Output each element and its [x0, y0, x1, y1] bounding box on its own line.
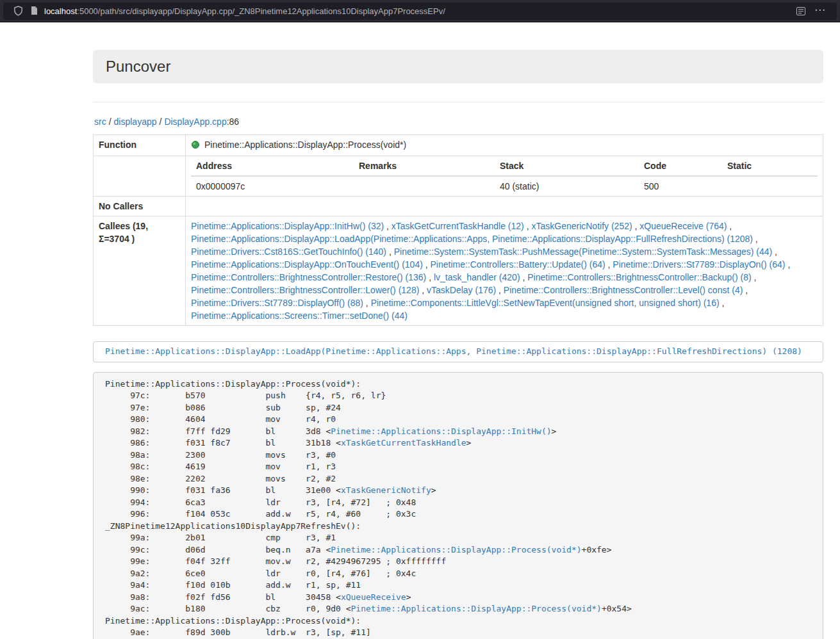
value-stack: 40 (static): [495, 176, 639, 196]
symbol-link[interactable]: xTaskGetCurrentTaskHandle: [341, 438, 466, 448]
callee-link[interactable]: Pinetime::Controllers::BrightnessControl…: [191, 272, 426, 282]
shield-icon[interactable]: [10, 6, 27, 16]
callee-link[interactable]: Pinetime::Applications::DisplayApp::Init…: [191, 221, 384, 231]
function-name: Pinetime::Applications::DisplayApp::Proc…: [204, 140, 406, 150]
symbol-link[interactable]: Pinetime::Applications::DisplayApp::Init…: [331, 426, 551, 436]
function-row: Function Pinetime::Applications::Display…: [94, 135, 823, 156]
col-header-stack: Stack: [495, 156, 639, 176]
breadcrumb-line-number: :86: [227, 117, 239, 127]
callee-link[interactable]: Pinetime::Controllers::Battery::Update()…: [431, 259, 605, 270]
details-header-row: Address Remarks Stack Code Static: [191, 156, 818, 176]
details-cell: Address Remarks Stack Code Static 0x0000…: [186, 156, 823, 197]
callee-link[interactable]: Pinetime::Applications::DisplayApp::OnTo…: [191, 259, 423, 270]
url-text: localhost:5000/path/src/displayapp/Displ…: [44, 6, 793, 16]
value-address: 0x0000097c: [191, 176, 354, 196]
symbol-link[interactable]: Pinetime::Applications::DisplayApp::Proc…: [351, 604, 602, 613]
col-header-address: Address: [191, 156, 354, 176]
details-value-row: 0x0000097c 40 (static) 500: [191, 176, 818, 196]
callee-link[interactable]: Pinetime::Controllers::BrightnessControl…: [191, 285, 419, 295]
function-icon: [191, 140, 200, 152]
breadcrumb-link-src[interactable]: src: [94, 117, 106, 127]
details-table: Address Remarks Stack Code Static 0x0000…: [191, 156, 818, 196]
function-label: Function: [94, 135, 186, 156]
callee-link[interactable]: vTaskDelay (176): [427, 285, 496, 295]
function-table: Function Pinetime::Applications::Display…: [93, 134, 823, 326]
callee-link[interactable]: xTaskGenericNotify (252): [531, 221, 632, 231]
breadcrumb-separator: /: [157, 117, 165, 127]
callees-row: Callees (19, Σ=3704 ) Pinetime::Applicat…: [94, 216, 823, 326]
browser-toolbar: localhost:5000/path/src/displayapp/Displ…: [0, 0, 840, 22]
value-remarks: [354, 176, 495, 196]
url-bar[interactable]: localhost:5000/path/src/displayapp/Displ…: [3, 3, 837, 20]
callee-link[interactable]: Pinetime::Drivers::St7789::DisplayOn() (…: [613, 259, 785, 270]
breadcrumb: src/displayapp/DisplayApp.cpp:86: [94, 115, 823, 128]
symbol-link[interactable]: xTaskGenericNotify: [341, 485, 431, 495]
value-code: 500: [639, 176, 722, 196]
highlighted-symbol-link[interactable]: Pinetime::Applications::DisplayApp::Load…: [105, 346, 802, 356]
callee-link[interactable]: Pinetime::System::SystemTask::PushMessag…: [394, 247, 773, 257]
function-cell: Pinetime::Applications::DisplayApp::Proc…: [186, 135, 823, 156]
symbol-link[interactable]: Pinetime::Applications::DisplayApp::Proc…: [331, 545, 581, 554]
breadcrumb-link-displayapp[interactable]: displayapp: [114, 117, 157, 127]
callee-link[interactable]: Pinetime::Controllers::BrightnessControl…: [504, 285, 743, 295]
details-empty-label: [94, 156, 186, 197]
callee-link[interactable]: Pinetime::Controllers::BrightnessControl…: [527, 272, 751, 282]
disassembly: Pinetime::Applications::DisplayApp::Proc…: [93, 372, 823, 639]
callee-link[interactable]: lv_task_handler (420): [434, 272, 520, 282]
breadcrumb-separator: /: [106, 117, 114, 127]
value-static: [722, 176, 818, 196]
callees-list: Pinetime::Applications::DisplayApp::Init…: [186, 216, 823, 326]
details-row: Address Remarks Stack Code Static 0x0000…: [94, 156, 823, 197]
breadcrumb-link-file[interactable]: DisplayApp.cpp: [164, 117, 226, 127]
callers-cell: [186, 197, 823, 216]
callee-link[interactable]: Pinetime::Applications::DisplayApp::Load…: [191, 234, 753, 244]
callee-link[interactable]: Pinetime::Drivers::St7789::DisplayOff() …: [191, 298, 363, 308]
col-header-remarks: Remarks: [354, 156, 495, 176]
page-icon[interactable]: [27, 6, 42, 15]
callee-link[interactable]: xTaskGetCurrentTaskHandle (12): [391, 221, 524, 231]
callee-link[interactable]: Pinetime::Components::LittleVgl::SetNewT…: [371, 298, 720, 308]
callee-link[interactable]: Pinetime::Applications::Screens::Timer::…: [191, 311, 408, 321]
callees-label: Callees (19, Σ=3704 ): [94, 216, 186, 326]
url-path: :5000/path/src/displayapp/DisplayApp.cpp…: [77, 6, 445, 16]
page-title: Puncover: [106, 58, 811, 75]
no-callers-row: No Callers: [94, 197, 823, 216]
no-callers-label: No Callers: [94, 197, 186, 216]
callee-link[interactable]: Pinetime::Drivers::Cst816S::GetTouchInfo…: [191, 247, 386, 257]
col-header-code: Code: [639, 156, 722, 176]
menu-dots-icon[interactable]: ⋯: [809, 4, 830, 18]
symbol-link[interactable]: xQueueReceive: [341, 592, 406, 602]
callee-link[interactable]: xQueueReceive (764): [639, 221, 727, 231]
page-content: Puncover src/displayapp/DisplayApp.cpp:8…: [93, 50, 823, 639]
header-divider: [93, 102, 823, 102]
col-header-static: Static: [722, 156, 818, 176]
url-host: localhost: [44, 6, 77, 16]
app-header: Puncover: [93, 50, 823, 83]
reader-view-icon[interactable]: [793, 7, 809, 15]
highlighted-symbol-box: Pinetime::Applications::DisplayApp::Load…: [93, 341, 823, 362]
